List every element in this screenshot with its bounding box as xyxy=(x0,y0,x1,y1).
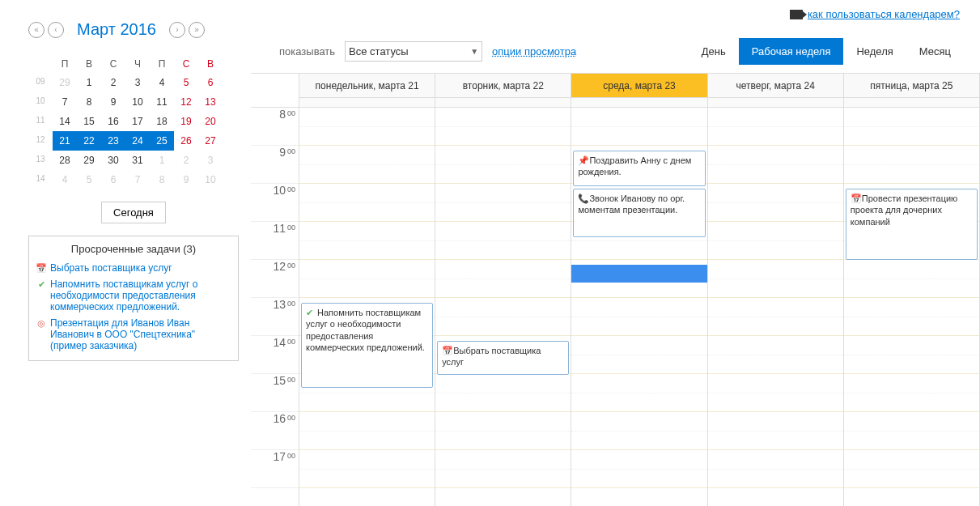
next-month-btn[interactable]: › xyxy=(169,22,185,38)
mini-cal-day[interactable]: 5 xyxy=(77,170,101,189)
mini-cal-day[interactable]: 26 xyxy=(174,131,198,151)
mini-cal-day[interactable]: 31 xyxy=(125,151,150,170)
busy-block[interactable] xyxy=(571,265,706,283)
calendar-event[interactable]: 📞Звонок Иванову по орг. моментам презент… xyxy=(573,189,705,237)
day-header: пятница, марта 25 xyxy=(844,74,979,98)
mini-cal-day[interactable]: 10 xyxy=(125,92,150,112)
mini-cal-day[interactable]: 30 xyxy=(101,151,125,170)
view-tab-0[interactable]: День xyxy=(689,38,739,65)
mini-cal-day[interactable]: 7 xyxy=(53,92,77,112)
prev-year-btn[interactable]: « xyxy=(28,22,45,38)
mini-cal-day[interactable]: 3 xyxy=(198,151,223,170)
time-slot: 1500 xyxy=(251,374,299,412)
view-options-link[interactable]: опции просмотра xyxy=(492,45,576,57)
mini-cal-day[interactable]: 1 xyxy=(150,151,174,170)
mini-cal-day[interactable]: 25 xyxy=(150,131,174,151)
time-slot: 1000 xyxy=(251,184,299,222)
show-label: показывать xyxy=(279,45,335,57)
calendar-event[interactable]: 📅Провести презентацию проекта для дочерн… xyxy=(846,189,978,260)
mini-cal-day[interactable]: 10 xyxy=(198,170,223,189)
task-item[interactable]: ✔Напомнить поставщикам услуг о необходим… xyxy=(36,276,231,315)
mini-cal-day[interactable]: 6 xyxy=(198,73,223,92)
mini-cal-day[interactable]: 16 xyxy=(101,112,125,131)
view-tab-2[interactable]: Неделя xyxy=(843,38,906,65)
mini-cal-day[interactable]: 14 xyxy=(53,112,77,131)
mini-cal-day[interactable]: 15 xyxy=(77,112,101,131)
time-column: 80090010001100120013001400150016001700 xyxy=(251,74,299,506)
mini-cal-day[interactable]: 8 xyxy=(150,170,174,189)
mini-cal-day[interactable]: 1 xyxy=(77,73,101,92)
day-column[interactable]: понедельник, марта 21✔Напомнить поставщи… xyxy=(299,74,435,506)
mini-cal-day[interactable]: 23 xyxy=(101,131,125,151)
day-header: вторник, марта 22 xyxy=(435,74,571,98)
day-header: четверг, марта 24 xyxy=(708,74,843,98)
check-icon: ✔ xyxy=(306,307,316,317)
prev-month-btn[interactable]: ‹ xyxy=(48,22,64,38)
chevron-down-icon: ▼ xyxy=(470,47,478,56)
today-button[interactable]: Сегодня xyxy=(101,202,166,223)
time-slot: 1400 xyxy=(251,336,299,374)
mini-cal-day[interactable]: 9 xyxy=(101,92,125,112)
mini-cal-day[interactable]: 12 xyxy=(174,92,198,112)
time-slot: 1300 xyxy=(251,298,299,336)
mini-cal-day[interactable]: 29 xyxy=(77,151,101,170)
mini-cal-day[interactable]: 9 xyxy=(174,170,198,189)
status-select[interactable]: Все статусы ▼ xyxy=(345,41,482,62)
target-icon: ◎ xyxy=(36,317,47,329)
task-item[interactable]: ◎Презентация для Иванов Иван Иванович в … xyxy=(36,315,231,354)
mini-cal-day[interactable]: 21 xyxy=(53,131,77,151)
mini-calendar: ПВСЧПСВ 09291234561078910111213111415161… xyxy=(28,55,223,189)
check-icon: ✔ xyxy=(36,279,47,290)
calendar-grid: 80090010001100120013001400150016001700 п… xyxy=(251,73,980,506)
day-column[interactable]: среда, марта 23📌Поздравить Анну с днем р… xyxy=(571,74,707,506)
month-nav: « ‹ Март 2016 › » xyxy=(28,20,239,39)
overdue-tasks: Просроченные задачи (3) 📅Выбрать поставщ… xyxy=(28,236,239,361)
month-title: Март 2016 xyxy=(77,20,156,39)
mini-cal-day[interactable]: 3 xyxy=(125,73,150,92)
cal-icon: 📅 xyxy=(442,345,452,355)
calendar-event[interactable]: ✔Напомнить поставщикам услуг о необходим… xyxy=(301,303,433,388)
cal-icon: 📅 xyxy=(36,262,47,274)
pin-icon: 📌 xyxy=(578,155,588,164)
mini-cal-day[interactable]: 20 xyxy=(198,112,223,131)
time-slot: 1100 xyxy=(251,222,299,260)
mini-cal-day[interactable]: 29 xyxy=(53,73,77,92)
mini-cal-day[interactable]: 17 xyxy=(125,112,150,131)
mini-cal-day[interactable]: 18 xyxy=(150,112,174,131)
mini-cal-day[interactable]: 28 xyxy=(53,151,77,170)
mini-cal-day[interactable]: 2 xyxy=(174,151,198,170)
video-icon xyxy=(790,10,803,19)
next-year-btn[interactable]: » xyxy=(189,22,205,38)
mini-cal-day[interactable]: 8 xyxy=(77,92,101,112)
tasks-title: Просроченные задачи (3) xyxy=(36,243,231,255)
toolbar: показывать Все статусы ▼ опции просмотра… xyxy=(251,38,980,73)
help-row: как пользоваться календарем? xyxy=(251,8,980,20)
time-slot: 900 xyxy=(251,146,299,184)
status-value: Все статусы xyxy=(349,45,409,57)
mini-cal-day[interactable]: 22 xyxy=(77,131,101,151)
day-column[interactable]: вторник, марта 22📅Выбрать поставщика усл… xyxy=(435,74,571,506)
mini-cal-day[interactable]: 5 xyxy=(174,73,198,92)
mini-cal-day[interactable]: 19 xyxy=(174,112,198,131)
view-tabs: ДеньРабочая неделяНеделяМесяц xyxy=(689,38,964,65)
mini-cal-day[interactable]: 6 xyxy=(101,170,125,189)
mini-cal-day[interactable]: 24 xyxy=(125,131,150,151)
mini-cal-day[interactable]: 11 xyxy=(150,92,174,112)
calendar-event[interactable]: 📌Поздравить Анну с днем рождения. xyxy=(573,151,705,186)
main-area: как пользоваться календарем? показывать … xyxy=(251,0,980,506)
mini-cal-day[interactable]: 13 xyxy=(198,92,223,112)
mini-cal-day[interactable]: 4 xyxy=(53,170,77,189)
time-slot: 1700 xyxy=(251,450,299,488)
mini-cal-day[interactable]: 27 xyxy=(198,131,223,151)
task-item[interactable]: 📅Выбрать поставщика услуг xyxy=(36,260,231,276)
mini-cal-day[interactable]: 7 xyxy=(125,170,150,189)
help-link[interactable]: как пользоваться календарем? xyxy=(808,8,960,20)
mini-cal-day[interactable]: 2 xyxy=(101,73,125,92)
mini-cal-day[interactable]: 4 xyxy=(150,73,174,92)
calendar-event[interactable]: 📅Выбрать поставщика услуг xyxy=(437,341,569,375)
view-tab-3[interactable]: Месяц xyxy=(906,38,964,65)
day-column[interactable]: четверг, марта 24 xyxy=(708,74,844,506)
view-tab-1[interactable]: Рабочая неделя xyxy=(739,38,844,65)
day-column[interactable]: пятница, марта 25📅Провести презентацию п… xyxy=(844,74,980,506)
day-header: среда, марта 23 xyxy=(571,74,706,98)
